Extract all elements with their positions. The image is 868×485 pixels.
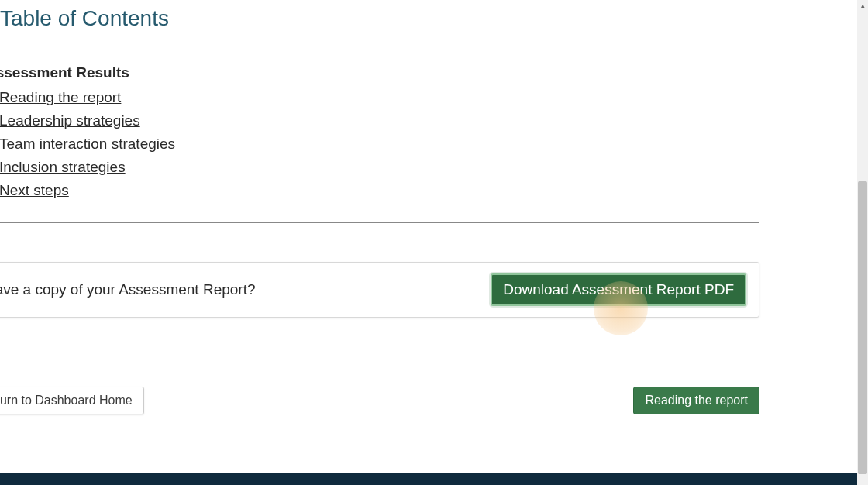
toc-heading: Assessment Results — [0, 64, 743, 81]
toc-container: Assessment Results Reading the report Le… — [0, 50, 760, 223]
toc-link-team-interaction[interactable]: Team interaction strategies — [0, 136, 175, 152]
toc-list: Reading the report Leadership strategies… — [0, 89, 743, 199]
toc-link-next-steps[interactable]: Next steps — [0, 182, 69, 198]
save-prompt-text: Save a copy of your Assessment Report? — [0, 281, 256, 298]
download-report-button[interactable]: Download Assessment Report PDF — [491, 273, 746, 306]
scrollbar-thumb[interactable] — [858, 181, 867, 474]
page-title: Table of Contents — [0, 6, 837, 31]
navigation-row: Return to Dashboard Home Reading the rep… — [0, 387, 760, 414]
footer-bar — [0, 473, 857, 485]
save-report-row: Save a copy of your Assessment Report? D… — [0, 262, 760, 318]
toc-link-reading-report[interactable]: Reading the report — [0, 89, 121, 105]
toc-link-leadership-strategies[interactable]: Leadership strategies — [0, 112, 140, 129]
return-dashboard-button[interactable]: Return to Dashboard Home — [0, 387, 144, 414]
scrollbar-track[interactable]: ▴ — [857, 0, 868, 485]
scrollbar-arrow-up-icon[interactable]: ▴ — [857, 0, 868, 11]
reading-report-button[interactable]: Reading the report — [633, 387, 760, 414]
section-divider — [0, 349, 760, 349]
toc-link-inclusion-strategies[interactable]: Inclusion strategies — [0, 159, 126, 175]
